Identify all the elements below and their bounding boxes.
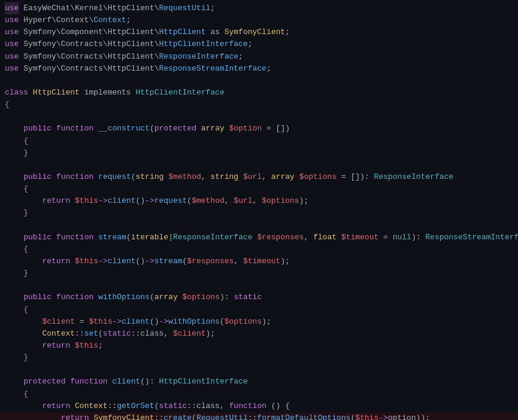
- code-editor: use EasyWeChat\Kernel\HttpClient\Request…: [0, 0, 518, 420]
- code-line-33: {: [0, 388, 518, 400]
- code-line-13: }: [0, 147, 518, 159]
- code-line-22: return $this->client()->stream($response…: [0, 255, 518, 267]
- code-line-31: [0, 364, 518, 376]
- code-line-25: public function withOptions(array $optio…: [0, 291, 518, 303]
- code-line-24: [0, 279, 518, 291]
- code-line-3: use Symfony\Component\HttpClient\HttpCli…: [0, 26, 518, 38]
- code-line-18: }: [0, 207, 518, 219]
- code-line-28: Context::set(static::class, $client);: [0, 328, 518, 340]
- code-line-4: use Symfony\Contracts\HttpClient\HttpCli…: [0, 38, 518, 50]
- code-line-20: public function stream(iterable|Response…: [0, 232, 518, 244]
- code-line-35: return SymfonyClient::create(RequestUtil…: [0, 412, 518, 420]
- code-line-19: [0, 220, 518, 232]
- code-line-29: return $this;: [0, 340, 518, 352]
- code-line-30: }: [0, 352, 518, 364]
- kw-use: use: [5, 2, 19, 14]
- code-line-23: }: [0, 267, 518, 279]
- code-line-8: class HttpClient implements HttpClientIn…: [0, 87, 518, 99]
- code-line-15: public function request(string $method, …: [0, 171, 518, 183]
- code-line-27: $client = $this->client()->withOptions($…: [0, 316, 518, 328]
- code-line-9: {: [0, 99, 518, 111]
- code-line-7: [0, 75, 518, 87]
- code-line-16: {: [0, 183, 518, 195]
- code-line-21: {: [0, 244, 518, 255]
- code-line-26: {: [0, 304, 518, 316]
- code-line-5: use Symfony\Contracts\HttpClient\Respons…: [0, 51, 518, 63]
- code-line-34: return Context::getOrSet(static::class, …: [0, 400, 518, 412]
- code-line-11: public function __construct(protected ar…: [0, 123, 518, 135]
- code-line-10: [0, 111, 518, 123]
- code-line-32: protected function client(): HttpClientI…: [0, 376, 518, 388]
- code-line-17: return $this->client()->request($method,…: [0, 195, 518, 207]
- code-line-14: [0, 159, 518, 171]
- code-line-1: use EasyWeChat\Kernel\HttpClient\Request…: [0, 2, 518, 14]
- code-line-12: {: [0, 135, 518, 147]
- code-line-2: use Hyperf\Context\Context;: [0, 14, 518, 26]
- code-line-6: use Symfony\Contracts\HttpClient\Respons…: [0, 63, 518, 75]
